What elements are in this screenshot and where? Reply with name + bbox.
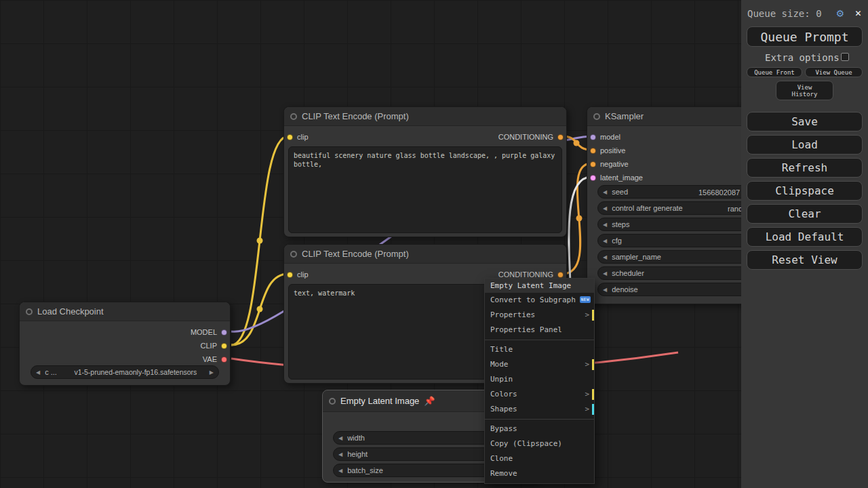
prompt-textarea[interactable]: beautiful scenery nature glass bottle la… bbox=[288, 146, 562, 233]
menu-item-remove[interactable]: Remove bbox=[485, 466, 594, 481]
menu-item-clone[interactable]: Clone bbox=[485, 451, 594, 466]
output-slot-vae[interactable]: VAE bbox=[203, 352, 227, 366]
pin-icon: 📌 bbox=[424, 396, 435, 406]
decrement-arrow-icon[interactable]: ◀ bbox=[603, 238, 607, 244]
reset-view-button[interactable]: Reset View bbox=[747, 250, 863, 270]
widget-label: height bbox=[347, 450, 368, 458]
decrement-arrow-icon[interactable]: ◀ bbox=[338, 451, 342, 458]
menu-item-mode[interactable]: Mode > bbox=[485, 357, 594, 372]
model-slot-icon[interactable] bbox=[221, 329, 227, 336]
view-history-button[interactable]: View History bbox=[776, 81, 833, 100]
wire-clip-to-negative bbox=[231, 274, 288, 345]
queue-front-button[interactable]: Queue Front bbox=[747, 67, 802, 77]
output-slot-clip[interactable]: CLIP bbox=[201, 339, 227, 352]
vae-slot-icon[interactable] bbox=[221, 357, 227, 363]
decrement-arrow-icon[interactable]: ◀ bbox=[36, 369, 40, 375]
latent-slot-icon[interactable] bbox=[590, 175, 596, 181]
decrement-arrow-icon[interactable]: ◀ bbox=[603, 205, 607, 211]
input-slot-model[interactable]: model bbox=[590, 130, 620, 144]
decrement-arrow-icon[interactable]: ◀ bbox=[603, 287, 607, 293]
input-slot-clip[interactable]: clip bbox=[287, 268, 309, 281]
menu-item-shapes[interactable]: Shapes > bbox=[485, 402, 594, 417]
node-clip-text-encode-positive[interactable]: CLIP Text Encode (Prompt) clip CONDITION… bbox=[283, 106, 567, 237]
save-button[interactable]: Save bbox=[747, 112, 863, 131]
slot-label: clip bbox=[297, 133, 309, 141]
collapse-dot[interactable] bbox=[290, 251, 297, 258]
ckpt-name-widget[interactable]: ◀ c ... v1-5-pruned-emaonly-fp16.safeten… bbox=[31, 365, 219, 379]
clear-button[interactable]: Clear bbox=[747, 204, 863, 224]
conditioning-slot-icon[interactable] bbox=[557, 134, 564, 140]
node-title-bar[interactable]: CLIP Text Encode (Prompt) bbox=[284, 107, 566, 126]
menu-separator bbox=[485, 419, 594, 420]
decrement-arrow-icon[interactable]: ◀ bbox=[603, 189, 607, 195]
conditioning-slot-icon[interactable] bbox=[590, 161, 596, 167]
node-load-checkpoint[interactable]: Load Checkpoint MODEL CLIP VAE ◀ c ... v… bbox=[19, 302, 231, 386]
node-title: KSampler bbox=[605, 111, 644, 121]
menu-item-colors[interactable]: Colors > bbox=[485, 387, 594, 402]
new-badge: NEW bbox=[580, 296, 591, 303]
node-title-bar[interactable]: Load Checkpoint bbox=[20, 302, 230, 321]
queue-prompt-button[interactable]: Queue Prompt bbox=[747, 26, 863, 47]
slot-label: MODEL bbox=[191, 328, 217, 336]
decrement-arrow-icon[interactable]: ◀ bbox=[338, 468, 342, 474]
wire-midpoint-dot bbox=[257, 238, 263, 244]
menu-item-properties-panel[interactable]: Properties Panel bbox=[485, 323, 594, 338]
graph-canvas[interactable]: CLIP Text Encode (Prompt) clip CONDITION… bbox=[0, 0, 868, 488]
widget-label: steps bbox=[612, 220, 629, 228]
collapse-dot[interactable] bbox=[26, 308, 33, 315]
output-slot-conditioning[interactable]: CONDITIONING bbox=[498, 130, 564, 144]
conditioning-slot-icon[interactable] bbox=[590, 148, 596, 154]
node-title-bar[interactable]: CLIP Text Encode (Prompt) bbox=[284, 245, 566, 264]
node-title: Load Checkpoint bbox=[37, 306, 104, 317]
wire-clip-to-positive bbox=[231, 136, 288, 345]
collapse-dot[interactable] bbox=[290, 113, 297, 120]
menu-item-unpin[interactable]: Unpin bbox=[485, 372, 594, 387]
decrement-arrow-icon[interactable]: ◀ bbox=[603, 270, 607, 277]
widget-label: denoise bbox=[612, 285, 638, 293]
slot-label: VAE bbox=[203, 355, 217, 363]
input-slot-negative[interactable]: negative bbox=[590, 157, 629, 171]
clip-slot-icon[interactable] bbox=[287, 272, 293, 278]
widget-value: v1-5-pruned-emaonly-fp16.safetensors bbox=[62, 368, 210, 376]
menu-item-bypass[interactable]: Bypass bbox=[485, 422, 594, 436]
load-default-button[interactable]: Load Default bbox=[747, 227, 863, 247]
node-title: Empty Latent Image bbox=[340, 396, 419, 406]
input-slot-clip[interactable]: clip bbox=[287, 130, 309, 144]
queue-size-label: Queue size: 0 bbox=[747, 8, 822, 19]
extra-options-label: Extra options bbox=[765, 52, 840, 63]
conditioning-slot-icon[interactable] bbox=[557, 272, 564, 278]
menu-item-copy-clipspace[interactable]: Copy (Clipspace) bbox=[485, 436, 594, 451]
context-menu-title: Empty Latent Image bbox=[485, 279, 594, 293]
output-slot-model[interactable]: MODEL bbox=[191, 325, 227, 339]
increment-arrow-icon[interactable]: ▶ bbox=[210, 369, 214, 375]
refresh-button[interactable]: Refresh bbox=[747, 158, 863, 178]
widget-label: scheduler bbox=[612, 269, 644, 277]
slot-label: negative bbox=[600, 160, 629, 168]
menu-item-title[interactable]: Title bbox=[485, 342, 594, 357]
collapse-dot[interactable] bbox=[593, 113, 600, 120]
submenu-arrow-icon: > bbox=[585, 402, 589, 417]
model-slot-icon[interactable] bbox=[590, 134, 596, 140]
comfy-menu-panel: Queue size: 0 ⚙ ✕ Queue Prompt Extra opt… bbox=[741, 0, 868, 488]
slot-label: latent_image bbox=[600, 174, 643, 182]
collapse-dot[interactable] bbox=[329, 398, 336, 405]
slot-label: model bbox=[600, 133, 620, 141]
load-button[interactable]: Load bbox=[747, 135, 863, 155]
menu-item-properties[interactable]: Properties > bbox=[485, 308, 594, 323]
menu-item-convert-to-subgraph[interactable]: Convert to Subgraph NEW bbox=[485, 293, 594, 308]
node-title: CLIP Text Encode (Prompt) bbox=[302, 111, 409, 121]
decrement-arrow-icon[interactable]: ◀ bbox=[338, 435, 342, 441]
view-queue-button[interactable]: View Queue bbox=[805, 67, 863, 77]
clip-slot-icon[interactable] bbox=[221, 343, 227, 349]
close-icon[interactable]: ✕ bbox=[855, 7, 861, 19]
decrement-arrow-icon[interactable]: ◀ bbox=[603, 254, 607, 260]
widget-label: control after generate bbox=[612, 204, 683, 212]
extra-options-checkbox[interactable] bbox=[841, 53, 849, 61]
clipspace-button[interactable]: Clipspace bbox=[747, 181, 863, 201]
decrement-arrow-icon[interactable]: ◀ bbox=[603, 222, 607, 228]
input-slot-latent-image[interactable]: latent_image bbox=[590, 171, 643, 184]
settings-gear-icon[interactable]: ⚙ bbox=[837, 6, 844, 20]
input-slot-positive[interactable]: positive bbox=[590, 144, 625, 157]
clip-slot-icon[interactable] bbox=[287, 134, 293, 140]
wire-midpoint-dot bbox=[574, 140, 580, 146]
